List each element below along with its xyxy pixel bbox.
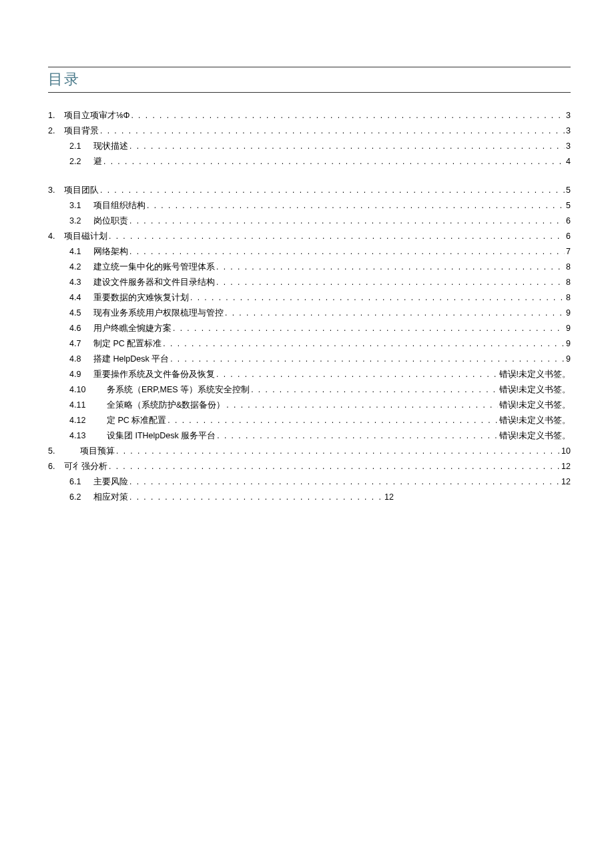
toc-leader [225, 309, 565, 317]
toc-number: 4.9 [69, 370, 93, 379]
toc-page: 3 [566, 111, 571, 120]
toc-number: 1. [48, 111, 64, 120]
toc-number: 4.8 [69, 355, 93, 364]
toc-label: 制定 PC 配置标准 [93, 340, 162, 348]
toc-leader [168, 416, 497, 424]
toc-page: 9 [566, 309, 571, 318]
toc-page: 12 [384, 493, 394, 502]
toc-leader [217, 432, 497, 440]
toc-entry-4-11: 4.11 全策略（系统防护&数据备份） 错误!未定义书签。 [48, 401, 571, 410]
toc-page: 3 [566, 142, 571, 151]
toc-leader [116, 447, 560, 455]
toc-entry-4-6: 4.6 用户终瞧全惋婕方案 9 [48, 324, 571, 333]
toc-leader [103, 157, 565, 165]
toc-page: 10 [561, 447, 571, 456]
toc-leader [173, 324, 565, 332]
toc-label: 项目预算 [80, 447, 115, 456]
toc-entry-6-2: 6.2 相应对策 12 [48, 493, 571, 502]
toc-page: 5 [566, 186, 571, 195]
toc-page: 4 [566, 157, 571, 166]
toc-label: 项目团队 [64, 186, 99, 195]
toc-leader [226, 401, 497, 409]
toc-entry-2-1: 2.1 现状描述 3 [48, 142, 571, 151]
toc-entry-4-2: 4.2 建立统一集中化的账号管理体系 8 [48, 263, 571, 272]
toc-entry-4-10: 4.10 务系统（ERP,MES 等）系统安全控制 错误!未定义书签。 [48, 386, 571, 394]
toc-label: 岗位职责 [93, 217, 128, 226]
toc-entry-3-1: 3.1 项目组织结构 5 [48, 201, 571, 210]
toc-entry-6-1: 6.1 主要风险 12 [48, 478, 571, 486]
toc-leader [129, 217, 565, 225]
toc-number: 2.2 [69, 157, 93, 166]
toc-page: 错误!未定义书签。 [499, 416, 571, 425]
toc-page: 3 [566, 127, 571, 135]
toc-label: 设集团 ITHelpDesk 服务平台 [107, 432, 216, 440]
toc-page: 7 [566, 248, 571, 256]
toc-number: 4.7 [69, 340, 93, 348]
toc-number: 2.1 [69, 142, 93, 151]
toc-entry-4-9: 4.9 重要操作系统及文件备份及恢复 错误!未定义书签。 [48, 370, 571, 379]
toc-number: 4.5 [69, 309, 93, 318]
toc-label: 现状描述 [93, 142, 128, 151]
toc-number: 4.13 [69, 432, 107, 440]
toc-page: 9 [566, 355, 571, 364]
toc-leader [100, 127, 565, 135]
toc-leader [163, 340, 565, 348]
toc-number: 4.6 [69, 324, 93, 333]
toc-number: 6.1 [69, 478, 93, 486]
toc-entry-1: 1. 项目立项审才⅛Φ 3 [48, 111, 571, 120]
title-rule: 目录 [48, 67, 571, 93]
toc-page: 6 [566, 232, 571, 241]
toc-page: 错误!未定义书签。 [499, 370, 571, 379]
toc-leader [147, 201, 565, 209]
toc-entry-3: 3. 项目团队 5 [48, 186, 571, 195]
toc-number: 4.11 [69, 401, 107, 410]
toc-leader [190, 294, 565, 302]
toc-label: 项目立项审才⅛Φ [64, 111, 129, 120]
toc-label: 主要风险 [93, 478, 128, 486]
toc-entry-3-2: 3.2 岗位职责 6 [48, 217, 571, 226]
toc-number: 6. [48, 462, 64, 471]
table-of-contents: 1. 项目立项审才⅛Φ 3 2. 项目背景 3 2.1 现状描述 3 2.2 避… [48, 111, 571, 501]
toc-leader [251, 386, 497, 394]
toc-number: 6.2 [69, 493, 93, 502]
toc-leader [216, 370, 498, 378]
toc-entry-6: 6. 可彳强分析 12 [48, 462, 571, 471]
toc-page: 错误!未定义书签。 [499, 432, 571, 440]
toc-entry-4-13: 4.13 设集团 ITHelpDesk 服务平台 错误!未定义书签。 [48, 432, 571, 440]
toc-leader [109, 462, 560, 470]
toc-entry-4-1: 4.1 网络架构 7 [48, 248, 571, 256]
toc-number: 4.12 [69, 416, 107, 425]
toc-page: 5 [566, 201, 571, 210]
toc-number: 5. [48, 447, 64, 456]
toc-number: 4.2 [69, 263, 93, 272]
toc-entry-4-5: 4.5 现有业务系统用户权限梳理与管控 9 [48, 309, 571, 318]
toc-label: 避 [93, 157, 102, 166]
toc-page: 12 [561, 478, 571, 486]
toc-label: 搭建 HelpDesk 平台 [93, 355, 169, 364]
toc-page: 9 [566, 340, 571, 348]
toc-label: 项目背景 [64, 127, 99, 135]
toc-label: 全策略（系统防护&数据备份） [107, 401, 225, 410]
toc-entry-4-12: 4.12 定 PC 标准配置 错误!未定义书签。 [48, 416, 571, 425]
toc-label: 可彳强分析 [64, 462, 107, 471]
toc-leader [129, 493, 383, 501]
toc-label: 建设文件服务器和文件目录结构 [93, 278, 215, 287]
toc-page: 8 [566, 278, 571, 287]
toc-number: 4.3 [69, 278, 93, 287]
toc-leader [131, 111, 565, 119]
toc-number: 3.2 [69, 217, 93, 226]
toc-entry-2-2: 2.2 避 4 [48, 157, 571, 166]
toc-label: 用户终瞧全惋婕方案 [93, 324, 172, 333]
toc-label: 项目组织结构 [93, 201, 145, 210]
toc-title: 目录 [48, 69, 571, 91]
toc-page: 9 [566, 324, 571, 333]
toc-number: 4.4 [69, 294, 93, 302]
toc-entry-5: 5. 项目预算 10 [48, 447, 571, 456]
toc-page: 错误!未定义书签。 [499, 386, 571, 394]
toc-leader [170, 355, 565, 363]
toc-label: 相应对策 [93, 493, 128, 502]
toc-number: 3.1 [69, 201, 93, 210]
toc-label: 建立统一集中化的账号管理体系 [93, 263, 215, 272]
toc-number: 2. [48, 127, 64, 135]
toc-page: 错误!未定义书签。 [499, 401, 571, 410]
